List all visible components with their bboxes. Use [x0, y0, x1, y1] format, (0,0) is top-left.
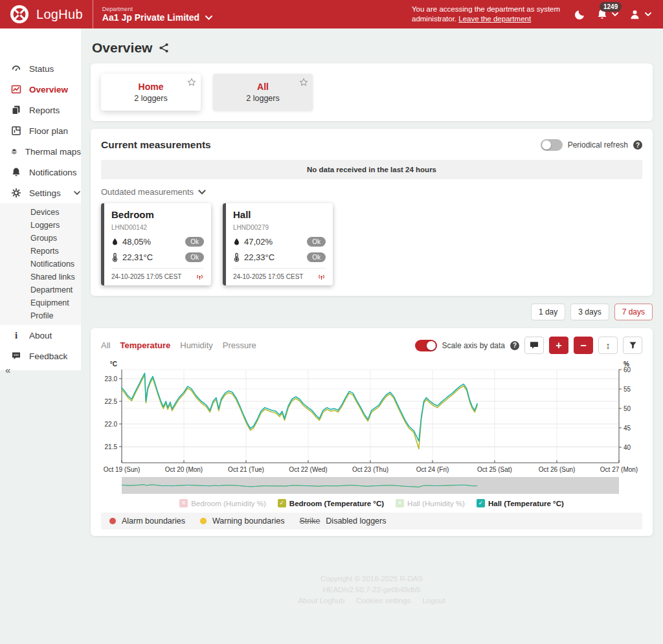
- sidebar-item-settings[interactable]: Settings: [0, 183, 81, 203]
- footer-link-logout[interactable]: Logout: [422, 597, 445, 605]
- time-range-buttons: 1 day 3 days 7 days: [91, 304, 653, 320]
- loghub-logo-icon: [10, 5, 29, 24]
- help-icon[interactable]: ?: [633, 140, 642, 150]
- alarm-dot: [109, 518, 116, 524]
- sidebar-collapse-button[interactable]: «: [5, 364, 10, 375]
- settings-submenu: Devices Loggers Groups Reports Notificat…: [0, 203, 81, 325]
- svg-text:23.0: 23.0: [105, 375, 118, 383]
- logger-timestamp: 24-10-2025 17:05 CEST: [111, 273, 181, 280]
- sidebar-subitem-devices[interactable]: Devices: [0, 206, 81, 219]
- outdated-measurements-toggle[interactable]: Outdated measurements: [101, 187, 642, 197]
- filter-button[interactable]: [623, 337, 642, 354]
- sidebar-subitem-profile[interactable]: Profile: [0, 309, 81, 322]
- range-button-1-day[interactable]: 1 day: [531, 304, 565, 320]
- star-icon[interactable]: [187, 78, 196, 87]
- department-label: Department: [102, 6, 212, 12]
- notifications-button[interactable]: 1249: [596, 8, 618, 20]
- version-text: HEAD/v2.50.7-22-ge0b49db5: [91, 584, 653, 595]
- sidebar-subitem-shared-links[interactable]: Shared links: [0, 271, 81, 283]
- feedback-icon: [11, 351, 21, 361]
- svg-text:50: 50: [624, 405, 631, 412]
- logger-card-hall[interactable]: Hall LHND00279 47,02% Ok 22,33°C Ok 24-1…: [223, 203, 333, 285]
- gauge-icon: [11, 63, 21, 74]
- sidebar-subitem-reports[interactable]: Reports: [0, 245, 81, 258]
- svg-text:Oct 21 (Tue): Oct 21 (Tue): [228, 466, 264, 473]
- connection-lost-icon: [317, 272, 326, 281]
- brand[interactable]: LogHub: [0, 5, 93, 24]
- sidebar-subitem-department[interactable]: Department: [0, 283, 81, 296]
- temperature-value: 22,31°C: [122, 252, 153, 262]
- tab-all[interactable]: All: [101, 340, 110, 350]
- legend-checkbox[interactable]: ✓: [477, 499, 485, 507]
- status-badge: Ok: [307, 237, 326, 247]
- connection-lost-icon: [196, 272, 204, 281]
- footer-link-cookies[interactable]: Cookies settings: [356, 597, 410, 605]
- department-selector[interactable]: Department Aa1 Jp Private Limited: [93, 6, 221, 23]
- sidebar-subitem-notifications[interactable]: Notifications: [0, 258, 81, 271]
- groups-panel: Home 2 loggers All 2 loggers: [91, 63, 653, 121]
- scale-axis-toggle[interactable]: [415, 340, 437, 351]
- annotations-button[interactable]: [524, 337, 544, 354]
- sidebar-subitem-groups[interactable]: Groups: [0, 232, 81, 245]
- legend-item-bedroom-humidity[interactable]: ✕ Bedroom (Humidity %): [179, 499, 266, 507]
- moon-icon: [574, 8, 586, 21]
- measurements-chart[interactable]: 23.022.522.021.56055504540°C%Oct 19 (Sun…: [101, 361, 642, 498]
- sidebar-item-overview[interactable]: Overview: [0, 79, 81, 100]
- group-card-home[interactable]: Home 2 loggers: [101, 74, 201, 111]
- sidebar-item-reports[interactable]: Reports: [0, 100, 81, 120]
- logger-code: LHND00279: [233, 224, 326, 231]
- svg-text:45: 45: [624, 425, 631, 432]
- svg-text:55: 55: [624, 386, 631, 393]
- legend-item-hall-temperature[interactable]: ✓ Hall (Temperature °C): [477, 499, 564, 507]
- sidebar-item-label: Floor plan: [29, 126, 68, 136]
- sidebar-subitem-equipment[interactable]: Equipment: [0, 296, 81, 309]
- sidebar-item-floor-plan[interactable]: Floor plan: [0, 120, 81, 141]
- chart-panel: All Temperature Humidity Pressure Scale …: [91, 328, 653, 536]
- sidebar-item-thermal-maps[interactable]: Thermal maps: [0, 141, 81, 162]
- admin-notice: You are accessing the department as syst…: [412, 5, 563, 24]
- periodical-refresh-toggle[interactable]: [541, 139, 563, 151]
- legend-item-bedroom-temperature[interactable]: ✓ Bedroom (Temperature °C): [278, 499, 384, 507]
- vertical-scale-button[interactable]: ↕: [598, 337, 618, 354]
- user-menu-button[interactable]: [629, 8, 651, 21]
- disabled-loggers-label: Disabled loggers: [326, 516, 386, 526]
- no-data-banner: No data received in the last 24 hours: [101, 160, 642, 179]
- sidebar-item-feedback[interactable]: Feedback «: [0, 346, 81, 366]
- svg-text:Oct 25 (Sat): Oct 25 (Sat): [477, 466, 512, 473]
- legend-checkbox[interactable]: ✓: [278, 499, 286, 507]
- star-icon[interactable]: [299, 78, 308, 87]
- chevron-down-icon: [198, 190, 206, 195]
- sidebar-item-label: Notifications: [29, 168, 77, 177]
- range-button-3-days[interactable]: 3 days: [570, 304, 609, 320]
- tab-pressure[interactable]: Pressure: [223, 340, 256, 350]
- sidebar-item-status[interactable]: Status: [0, 58, 81, 79]
- sidebar-item-label: Thermal maps: [25, 147, 81, 157]
- group-card-all[interactable]: All 2 loggers: [213, 74, 313, 111]
- copy-icon: [11, 105, 21, 115]
- status-badge: Ok: [307, 252, 326, 262]
- sidebar-subitem-loggers[interactable]: Loggers: [0, 219, 81, 232]
- legend-item-hall-humidity[interactable]: ✕ Hall (Humidity %): [396, 499, 465, 507]
- zoom-out-button[interactable]: −: [574, 337, 593, 354]
- zoom-in-button[interactable]: +: [549, 337, 568, 354]
- legend-checkbox[interactable]: ✕: [179, 499, 188, 507]
- sidebar-item-notifications[interactable]: Notifications: [0, 162, 81, 183]
- humidity-value: 47,02%: [244, 237, 273, 247]
- logger-card-bedroom[interactable]: Bedroom LHND00142 48,05% Ok 22,31°C Ok 2…: [101, 203, 211, 285]
- share-icon[interactable]: [159, 43, 169, 53]
- help-icon[interactable]: ?: [510, 341, 519, 350]
- footer-link-about[interactable]: About Loghub: [298, 597, 344, 605]
- gear-icon: [11, 188, 21, 198]
- svg-text:Oct 20 (Mon): Oct 20 (Mon): [165, 466, 203, 473]
- sidebar-item-about[interactable]: i About: [0, 325, 81, 346]
- dark-mode-button[interactable]: [574, 8, 586, 21]
- range-button-7-days[interactable]: 7 days: [614, 304, 653, 320]
- tab-humidity[interactable]: Humidity: [180, 340, 213, 350]
- sidebar-item-label: Overview: [29, 85, 68, 94]
- svg-text:Oct 22 (Wed): Oct 22 (Wed): [289, 466, 327, 473]
- legend-checkbox[interactable]: ✕: [396, 499, 404, 507]
- page-footer: Copyright © 2018-2025 R-DAS HEAD/v2.50.7…: [91, 573, 653, 606]
- leave-department-link[interactable]: Leave the department: [458, 15, 531, 23]
- tab-temperature[interactable]: Temperature: [120, 340, 170, 350]
- scale-axis-label: Scale axis by data: [442, 341, 505, 350]
